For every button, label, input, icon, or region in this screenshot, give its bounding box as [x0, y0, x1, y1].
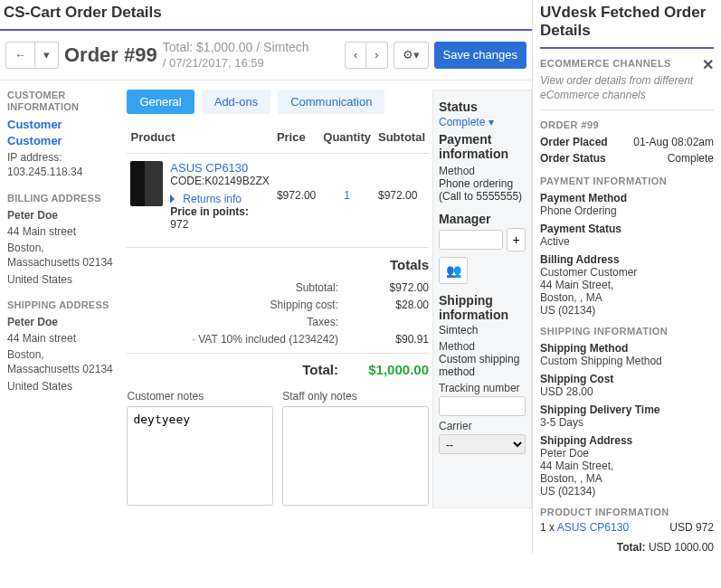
- save-button[interactable]: Save changes: [434, 42, 527, 69]
- shipping-heading: SHIPPING ADDRESS: [7, 299, 114, 311]
- prod-qty: 1 x: [540, 521, 557, 534]
- status-value: Complete: [668, 150, 714, 166]
- paymethod-value: Phone Ordering: [540, 204, 714, 217]
- shipinfo-heading: Shipping information: [439, 293, 526, 322]
- code-label: CODE:: [170, 175, 204, 187]
- shipdel-value: 3-5 Days: [540, 416, 714, 429]
- products-table: Product Price Quantity Subtotal ASUS CP6…: [127, 125, 429, 238]
- billaddr-v4: US (02134): [540, 304, 714, 317]
- total-value: $1,000.00: [365, 359, 429, 381]
- plus-icon: +: [513, 232, 520, 247]
- ship-vendor: Simtech: [439, 324, 526, 337]
- code-value: K02149B2ZX: [204, 175, 269, 187]
- th-sub: Subtotal: [375, 125, 429, 154]
- th-price: Price: [273, 125, 319, 154]
- subtotal-label: Subtotal:: [139, 280, 338, 297]
- bill-l3: United States: [7, 272, 114, 287]
- tab-addons[interactable]: Add-ons: [202, 90, 270, 114]
- taxes-value: [365, 314, 429, 331]
- right-heading: UVdesk Fetched Order Details: [540, 0, 714, 47]
- prev-order-button[interactable]: ‹: [345, 42, 366, 69]
- shipcost-value: USD 28.00: [540, 385, 714, 398]
- ip-value: 103.245.118.34: [7, 166, 82, 178]
- vat-value: $90.91: [365, 331, 429, 348]
- cust-notes-label: Customer notes: [127, 390, 273, 403]
- placed-value: 01-Aug 08:02am: [633, 134, 714, 150]
- rp-payment-heading: PAYMENT INFORMATION: [540, 175, 714, 186]
- paymethod-label: Payment Method: [540, 192, 714, 204]
- vat-label: · VAT 10% included (1234242): [139, 331, 338, 348]
- product-image: [130, 161, 163, 206]
- carrier-select[interactable]: --: [439, 434, 526, 454]
- points-value: 972: [170, 218, 188, 231]
- prod-price: USD 972: [669, 521, 714, 534]
- status-heading: Status: [439, 100, 526, 114]
- divider: [0, 29, 532, 31]
- cust-info-heading: CUSTOMER INFORMATION: [7, 90, 114, 113]
- billaddr-label: Billing Address: [540, 253, 714, 266]
- th-product: Product: [127, 125, 272, 154]
- back-button[interactable]: ←: [5, 42, 35, 69]
- close-icon[interactable]: ✕: [702, 58, 714, 72]
- staff-notes-label: Staff only notes: [282, 390, 429, 403]
- shipaddr-v3: Boston, , MA: [540, 472, 714, 485]
- manager-input[interactable]: [439, 230, 503, 250]
- tracking-input[interactable]: [439, 396, 526, 416]
- rp-product-heading: PRODUCT INFORMATION: [540, 507, 714, 517]
- caret-icon: [170, 194, 179, 204]
- shipcost-label: Shipping cost:: [139, 297, 338, 314]
- back-dropdown[interactable]: ▾: [35, 42, 59, 69]
- gear-icon: ⚙: [403, 48, 413, 62]
- shipcost-value: $28.00: [365, 297, 429, 314]
- channels-subtitle: View order details from different eComme…: [540, 74, 714, 102]
- order-toolbar: ← ▾ Order #99 Total: $1,000.00 / Simtech…: [0, 36, 532, 81]
- table-row: ASUS CP6130 CODE:K02149B2ZX Returns info…: [127, 153, 429, 238]
- next-order-button[interactable]: ›: [366, 42, 387, 69]
- shipaddr-v1: Peter Doe: [540, 447, 714, 460]
- order-number: Order #99: [64, 43, 157, 67]
- placed-label: Order Placed: [540, 134, 608, 150]
- payinfo-heading: Payment information: [439, 132, 526, 161]
- product-name-link[interactable]: ASUS CP6130: [170, 161, 270, 175]
- billaddr-v2: 44 Main Street,: [540, 279, 714, 291]
- billaddr-v3: Boston, , MA: [540, 291, 714, 304]
- ship-name: Peter Doe: [7, 316, 58, 328]
- rp-shipping-heading: SHIPPING INFORMATION: [540, 326, 714, 337]
- rp-order-heading: ORDER #99: [540, 119, 714, 130]
- channels-heading: ECOMMERCE CHANNELS: [540, 58, 671, 69]
- bill-l2: Boston, Massachusetts 02134: [7, 241, 114, 270]
- prod-name-link[interactable]: ASUS CP6130: [557, 521, 629, 534]
- shipaddr-v4: US (02134): [540, 485, 714, 498]
- paystatus-label: Payment Status: [540, 223, 714, 235]
- ip-label: IP address:: [7, 151, 62, 164]
- rp-total-label: Total:: [617, 541, 646, 554]
- tab-general[interactable]: General: [127, 90, 194, 114]
- status-dropdown[interactable]: Complete ▾: [439, 116, 526, 128]
- row-qty[interactable]: 1: [319, 153, 375, 238]
- shipcost-label: Shipping Cost: [540, 373, 714, 385]
- divider: [540, 109, 714, 110]
- taxes-label: Taxes:: [139, 314, 338, 331]
- order-side-column: Status Complete ▾ Payment information Me…: [432, 90, 532, 508]
- shipmethod-value: Custom shipping method: [439, 353, 526, 378]
- ship-l1: 44 Main street: [7, 331, 114, 346]
- paystatus-value: Active: [540, 235, 714, 248]
- row-price: $972.00: [273, 153, 319, 238]
- total-label: Total:: [139, 359, 338, 381]
- add-manager-button[interactable]: +: [507, 228, 526, 251]
- divider: [540, 47, 714, 49]
- staff-notes-input[interactable]: [282, 406, 429, 506]
- gear-button[interactable]: ⚙ ▾: [394, 42, 429, 69]
- shipaddr-label: Shipping Address: [540, 434, 714, 447]
- order-meta-date: / 07/21/2017, 16:59: [163, 56, 309, 71]
- shipmethod-label: Method: [439, 340, 526, 353]
- cust-notes-input[interactable]: [127, 406, 273, 506]
- group-button[interactable]: 👥: [439, 257, 468, 284]
- tab-communication[interactable]: Communication: [278, 90, 384, 114]
- customer-link[interactable]: Customer Customer: [7, 117, 114, 148]
- returns-link[interactable]: Returns info: [183, 193, 242, 205]
- customer-sidebar: CUSTOMER INFORMATION Customer Customer I…: [0, 81, 121, 517]
- subtotal-value: $972.00: [365, 280, 429, 297]
- status-label: Order Status: [540, 150, 606, 166]
- left-heading: CS-Cart Order Details: [0, 0, 532, 29]
